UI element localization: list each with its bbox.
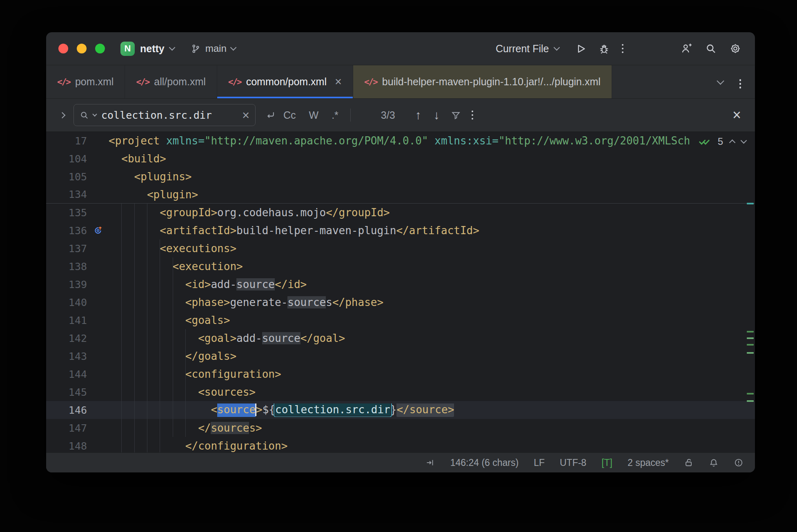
line-number[interactable]: 134 [46, 188, 87, 200]
code-text[interactable]: </configuration> [109, 440, 755, 452]
line-number[interactable]: 136 [46, 225, 87, 237]
error-circle-icon[interactable] [734, 458, 744, 468]
line-number[interactable]: 17 [46, 135, 87, 147]
line-number[interactable]: 142 [46, 332, 87, 344]
filter-search-icon[interactable] [451, 110, 461, 120]
line-number[interactable]: 137 [46, 243, 87, 255]
expand-search-icon[interactable] [59, 112, 66, 118]
code-line-105[interactable]: 105 <plugins> [46, 168, 755, 186]
code-text[interactable]: <groupId>org.codehaus.mojo</groupId> [109, 206, 755, 219]
code-text[interactable]: <execution> [109, 260, 755, 273]
zoom-window-button[interactable] [95, 44, 105, 53]
gutter[interactable]: 136 [46, 225, 109, 237]
code-text[interactable]: <configuration> [109, 368, 755, 380]
code-text[interactable]: <plugins> [109, 171, 755, 183]
code-line-146[interactable]: 146 <source>${collection.src.dir}</sourc… [46, 401, 755, 419]
run-button[interactable] [575, 43, 586, 54]
tab-build-helper-maven-plugin-1-10-jar-plugin-xml[interactable]: </>build-helper-maven-plugin-1.10.jar!/.… [353, 65, 612, 98]
gutter[interactable]: 141 [46, 315, 109, 326]
more-search-options-icon[interactable] [472, 111, 474, 120]
code-text[interactable]: <source>${collection.src.dir}</source> [109, 403, 755, 417]
caret-position[interactable]: 146:24 (6 chars) [450, 457, 519, 468]
code-line-142[interactable]: 142 <goal>add-source</goal> [46, 329, 755, 347]
search-field[interactable]: × [73, 104, 256, 126]
line-number[interactable]: 143 [46, 350, 87, 362]
code-line-147[interactable]: 147 </sources> [46, 419, 755, 437]
regex-toggle[interactable]: .* [326, 109, 344, 121]
editor[interactable]: 17<project xmlns="http://maven.apache.or… [46, 132, 755, 452]
line-number[interactable]: 139 [46, 279, 87, 290]
tab-options-icon[interactable] [739, 75, 741, 89]
code-line-140[interactable]: 140 <phase>generate-sources</phase> [46, 293, 755, 311]
code-text[interactable]: </goals> [109, 350, 755, 362]
line-separator[interactable]: LF [534, 457, 545, 468]
words-toggle[interactable]: W [304, 109, 324, 121]
gutter[interactable]: 105 [46, 171, 109, 183]
line-number[interactable]: 145 [46, 386, 87, 398]
previous-problem-icon[interactable] [729, 140, 736, 146]
code-line-17[interactable]: 17<project xmlns="http://maven.apache.or… [46, 132, 755, 150]
debug-button[interactable] [599, 43, 610, 54]
close-search-icon[interactable]: × [732, 108, 744, 122]
inspections-widget[interactable]: 5 [689, 133, 750, 150]
add-user-icon[interactable] [681, 43, 692, 54]
search-everywhere-icon[interactable] [705, 43, 717, 54]
code-line-137[interactable]: 137 <executions> [46, 239, 755, 257]
code-line-141[interactable]: 141 <goals> [46, 311, 755, 329]
code-text[interactable]: <goals> [109, 314, 755, 326]
code-text[interactable]: <id>add-source</id> [109, 278, 755, 290]
code-text[interactable]: <sources> [109, 386, 755, 398]
next-problem-icon[interactable] [741, 137, 747, 144]
lock-icon[interactable] [684, 458, 694, 468]
recursive-call-icon[interactable] [87, 226, 109, 235]
gutter[interactable]: 137 [46, 243, 109, 255]
code-text[interactable]: <goal>add-source</goal> [109, 332, 755, 344]
tab-pom-xml[interactable]: </>pom.xml [46, 65, 125, 98]
line-number[interactable]: 105 [46, 171, 87, 183]
project-widget[interactable]: N netty [116, 42, 179, 56]
gutter[interactable]: 139 [46, 279, 109, 290]
line-number[interactable]: 148 [46, 440, 87, 452]
gutter[interactable]: 135 [46, 207, 109, 219]
line-number[interactable]: 146 [46, 404, 87, 416]
branch-widget[interactable]: main [191, 43, 236, 54]
gutter[interactable]: 134 [46, 188, 109, 200]
code-line-138[interactable]: 138 <execution> [46, 257, 755, 275]
gutter[interactable]: 144 [46, 368, 109, 380]
close-window-button[interactable] [58, 44, 68, 53]
tab-list-chevron-icon[interactable] [717, 77, 724, 84]
line-number[interactable]: 140 [46, 297, 87, 308]
settings-gear-icon[interactable] [730, 43, 741, 54]
line-number[interactable]: 135 [46, 207, 87, 219]
line-number[interactable]: 144 [46, 368, 87, 380]
code-line-136[interactable]: 136 <artifactId>build-helper-maven-plugi… [46, 222, 755, 239]
code-line-148[interactable]: 148 </configuration> [46, 437, 755, 452]
newline-icon[interactable] [265, 110, 276, 120]
line-number[interactable]: 141 [46, 315, 87, 326]
code-line-139[interactable]: 139 <id>add-source</id> [46, 275, 755, 293]
code-text[interactable]: <artifactId>build-helper-maven-plugin</a… [109, 224, 755, 237]
code-line-135[interactable]: 135 <groupId>org.codehaus.mojo</groupId> [46, 204, 755, 222]
file-encoding[interactable]: UTF-8 [560, 457, 586, 468]
gutter[interactable]: 147 [46, 422, 109, 434]
code-text[interactable]: <phase>generate-sources</phase> [109, 296, 755, 308]
code-text[interactable]: <project xmlns="http://maven.apache.org/… [109, 135, 755, 147]
tab-out-icon[interactable] [425, 458, 435, 468]
line-number[interactable]: 147 [46, 422, 87, 434]
gutter[interactable]: 138 [46, 261, 109, 273]
line-number[interactable]: 104 [46, 153, 87, 165]
code-line-145[interactable]: 145 <sources> [46, 383, 755, 401]
bell-icon[interactable] [709, 458, 719, 468]
tab-common-pom-xml[interactable]: </>common/pom.xml× [217, 65, 353, 98]
code-text[interactable]: <build> [109, 153, 755, 165]
previous-occurrence-button[interactable]: ↑ [409, 108, 427, 122]
search-history-chevron-icon[interactable] [92, 112, 97, 116]
code-text[interactable]: <plugin> [109, 188, 755, 201]
gutter[interactable]: 104 [46, 153, 109, 165]
code-text[interactable]: </sources> [109, 422, 755, 434]
minimize-window-button[interactable] [77, 44, 87, 53]
match-case-toggle[interactable]: Cc [278, 109, 301, 121]
gutter[interactable]: 17 [46, 135, 109, 147]
clear-search-icon[interactable]: × [242, 109, 249, 122]
gutter[interactable]: 148 [46, 440, 109, 452]
